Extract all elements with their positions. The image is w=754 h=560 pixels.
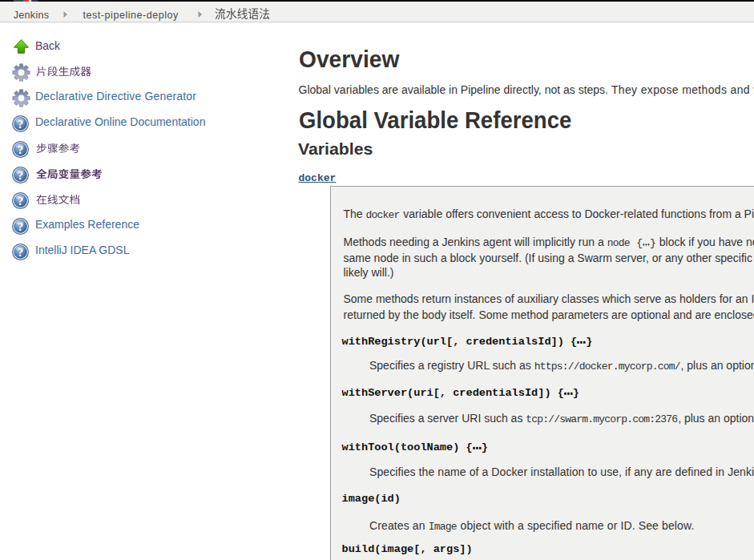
svg-text:?: ? bbox=[18, 117, 24, 130]
svg-text:?: ? bbox=[18, 245, 24, 258]
svg-text:?: ? bbox=[18, 220, 24, 232]
svg-text:?: ? bbox=[18, 194, 24, 207]
svg-text:?: ? bbox=[18, 143, 24, 155]
svg-text:?: ? bbox=[18, 168, 24, 181]
